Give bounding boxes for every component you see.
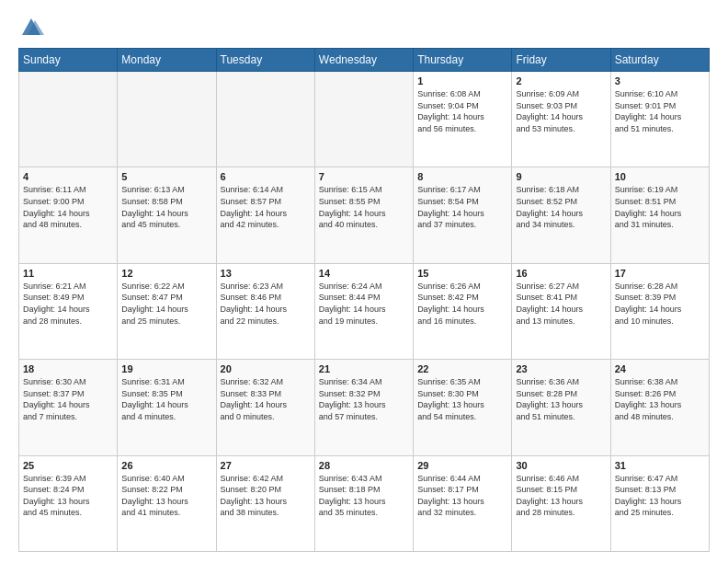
- day-info: Sunrise: 6:32 AM Sunset: 8:33 PM Dayligh…: [221, 376, 311, 422]
- day-info: Sunrise: 6:27 AM Sunset: 8:41 PM Dayligh…: [516, 281, 606, 327]
- day-info: Sunrise: 6:26 AM Sunset: 8:42 PM Dayligh…: [417, 281, 507, 327]
- calendar-cell: 7Sunrise: 6:15 AM Sunset: 8:55 PM Daylig…: [314, 167, 413, 263]
- weekday-tuesday: Tuesday: [216, 49, 314, 72]
- day-info: Sunrise: 6:39 AM Sunset: 8:24 PM Dayligh…: [23, 473, 113, 519]
- week-row-2: 4Sunrise: 6:11 AM Sunset: 9:00 PM Daylig…: [19, 167, 710, 263]
- calendar-cell: 30Sunrise: 6:46 AM Sunset: 8:15 PM Dayli…: [512, 455, 610, 551]
- day-info: Sunrise: 6:28 AM Sunset: 8:39 PM Dayligh…: [615, 281, 705, 327]
- day-number: 3: [615, 75, 705, 86]
- day-info: Sunrise: 6:14 AM Sunset: 8:57 PM Dayligh…: [221, 184, 311, 230]
- day-info: Sunrise: 6:44 AM Sunset: 8:17 PM Dayligh…: [417, 473, 507, 519]
- day-info: Sunrise: 6:40 AM Sunset: 8:22 PM Dayligh…: [121, 473, 211, 519]
- day-info: Sunrise: 6:21 AM Sunset: 8:49 PM Dayligh…: [23, 281, 113, 327]
- weekday-saturday: Saturday: [610, 49, 709, 72]
- day-number: 7: [319, 171, 409, 182]
- calendar-cell: 1Sunrise: 6:08 AM Sunset: 9:04 PM Daylig…: [414, 72, 512, 167]
- day-info: Sunrise: 6:08 AM Sunset: 9:04 PM Dayligh…: [417, 88, 507, 134]
- day-number: 9: [516, 171, 606, 182]
- weekday-monday: Monday: [118, 49, 216, 72]
- calendar-cell: 27Sunrise: 6:42 AM Sunset: 8:20 PM Dayli…: [216, 455, 314, 551]
- day-number: 25: [23, 460, 113, 471]
- weekday-header-row: SundayMondayTuesdayWednesdayThursdayFrid…: [19, 49, 710, 72]
- day-info: Sunrise: 6:18 AM Sunset: 8:52 PM Dayligh…: [516, 184, 606, 230]
- calendar-cell: 14Sunrise: 6:24 AM Sunset: 8:44 PM Dayli…: [314, 263, 413, 359]
- calendar-cell: 21Sunrise: 6:34 AM Sunset: 8:32 PM Dayli…: [314, 360, 413, 455]
- day-number: 29: [417, 460, 507, 471]
- day-number: 19: [121, 363, 211, 374]
- day-number: 26: [121, 460, 211, 471]
- calendar-cell: 20Sunrise: 6:32 AM Sunset: 8:33 PM Dayli…: [216, 360, 314, 455]
- day-number: 30: [516, 460, 606, 471]
- day-info: Sunrise: 6:10 AM Sunset: 9:01 PM Dayligh…: [615, 88, 705, 134]
- day-info: Sunrise: 6:38 AM Sunset: 8:26 PM Dayligh…: [615, 376, 705, 422]
- day-number: 24: [615, 363, 705, 374]
- calendar-cell: 8Sunrise: 6:17 AM Sunset: 8:54 PM Daylig…: [414, 167, 512, 263]
- calendar-cell: 12Sunrise: 6:22 AM Sunset: 8:47 PM Dayli…: [118, 263, 216, 359]
- day-info: Sunrise: 6:30 AM Sunset: 8:37 PM Dayligh…: [23, 376, 113, 422]
- calendar-cell: 18Sunrise: 6:30 AM Sunset: 8:37 PM Dayli…: [19, 360, 118, 455]
- weekday-thursday: Thursday: [414, 49, 512, 72]
- day-info: Sunrise: 6:13 AM Sunset: 8:58 PM Dayligh…: [121, 184, 211, 230]
- calendar-cell: 6Sunrise: 6:14 AM Sunset: 8:57 PM Daylig…: [216, 167, 314, 263]
- calendar-cell: 2Sunrise: 6:09 AM Sunset: 9:03 PM Daylig…: [512, 72, 610, 167]
- day-info: Sunrise: 6:24 AM Sunset: 8:44 PM Dayligh…: [319, 281, 409, 327]
- day-number: 23: [516, 363, 606, 374]
- day-number: 12: [121, 268, 211, 279]
- calendar-cell: 10Sunrise: 6:19 AM Sunset: 8:51 PM Dayli…: [610, 167, 709, 263]
- day-number: 11: [23, 268, 113, 279]
- calendar-cell: 4Sunrise: 6:11 AM Sunset: 9:00 PM Daylig…: [19, 167, 118, 263]
- calendar-cell: [314, 72, 413, 167]
- week-row-3: 11Sunrise: 6:21 AM Sunset: 8:49 PM Dayli…: [19, 263, 710, 359]
- calendar-cell: 19Sunrise: 6:31 AM Sunset: 8:35 PM Dayli…: [118, 360, 216, 455]
- day-number: 15: [417, 268, 507, 279]
- week-row-5: 25Sunrise: 6:39 AM Sunset: 8:24 PM Dayli…: [19, 455, 710, 551]
- day-info: Sunrise: 6:17 AM Sunset: 8:54 PM Dayligh…: [417, 184, 507, 230]
- day-number: 14: [319, 268, 409, 279]
- calendar-cell: 17Sunrise: 6:28 AM Sunset: 8:39 PM Dayli…: [610, 263, 709, 359]
- day-info: Sunrise: 6:43 AM Sunset: 8:18 PM Dayligh…: [319, 473, 409, 519]
- calendar-cell: 31Sunrise: 6:47 AM Sunset: 8:13 PM Dayli…: [610, 455, 709, 551]
- calendar-cell: 25Sunrise: 6:39 AM Sunset: 8:24 PM Dayli…: [19, 455, 118, 551]
- day-number: 5: [121, 171, 211, 182]
- day-number: 20: [221, 363, 311, 374]
- day-info: Sunrise: 6:15 AM Sunset: 8:55 PM Dayligh…: [319, 184, 409, 230]
- day-info: Sunrise: 6:35 AM Sunset: 8:30 PM Dayligh…: [417, 376, 507, 422]
- calendar-cell: 28Sunrise: 6:43 AM Sunset: 8:18 PM Dayli…: [314, 455, 413, 551]
- day-number: 6: [221, 171, 311, 182]
- day-info: Sunrise: 6:09 AM Sunset: 9:03 PM Dayligh…: [516, 88, 606, 134]
- day-info: Sunrise: 6:19 AM Sunset: 8:51 PM Dayligh…: [615, 184, 705, 230]
- day-info: Sunrise: 6:22 AM Sunset: 8:47 PM Dayligh…: [121, 281, 211, 327]
- day-info: Sunrise: 6:31 AM Sunset: 8:35 PM Dayligh…: [121, 376, 211, 422]
- day-info: Sunrise: 6:34 AM Sunset: 8:32 PM Dayligh…: [319, 376, 409, 422]
- day-number: 17: [615, 268, 705, 279]
- week-row-1: 1Sunrise: 6:08 AM Sunset: 9:04 PM Daylig…: [19, 72, 710, 167]
- day-number: 31: [615, 460, 705, 471]
- calendar-cell: 26Sunrise: 6:40 AM Sunset: 8:22 PM Dayli…: [118, 455, 216, 551]
- day-number: 16: [516, 268, 606, 279]
- calendar-cell: 23Sunrise: 6:36 AM Sunset: 8:28 PM Dayli…: [512, 360, 610, 455]
- day-number: 1: [417, 75, 507, 86]
- calendar-cell: [216, 72, 314, 167]
- calendar-table: SundayMondayTuesdayWednesdayThursdayFrid…: [18, 48, 710, 552]
- weekday-friday: Friday: [512, 49, 610, 72]
- day-number: 27: [221, 460, 311, 471]
- week-row-4: 18Sunrise: 6:30 AM Sunset: 8:37 PM Dayli…: [19, 360, 710, 455]
- weekday-wednesday: Wednesday: [314, 49, 413, 72]
- calendar-cell: [118, 72, 216, 167]
- calendar-cell: 24Sunrise: 6:38 AM Sunset: 8:26 PM Dayli…: [610, 360, 709, 455]
- calendar-cell: 13Sunrise: 6:23 AM Sunset: 8:46 PM Dayli…: [216, 263, 314, 359]
- calendar-cell: 22Sunrise: 6:35 AM Sunset: 8:30 PM Dayli…: [414, 360, 512, 455]
- day-number: 10: [615, 171, 705, 182]
- header: [18, 15, 710, 40]
- page: SundayMondayTuesdayWednesdayThursdayFrid…: [0, 0, 728, 563]
- calendar-cell: 15Sunrise: 6:26 AM Sunset: 8:42 PM Dayli…: [414, 263, 512, 359]
- day-number: 8: [417, 171, 507, 182]
- logo-icon: [18, 15, 44, 40]
- day-number: 2: [516, 75, 606, 86]
- day-number: 18: [23, 363, 113, 374]
- day-info: Sunrise: 6:36 AM Sunset: 8:28 PM Dayligh…: [516, 376, 606, 422]
- day-number: 4: [23, 171, 113, 182]
- day-info: Sunrise: 6:46 AM Sunset: 8:15 PM Dayligh…: [516, 473, 606, 519]
- day-number: 21: [319, 363, 409, 374]
- calendar-cell: 9Sunrise: 6:18 AM Sunset: 8:52 PM Daylig…: [512, 167, 610, 263]
